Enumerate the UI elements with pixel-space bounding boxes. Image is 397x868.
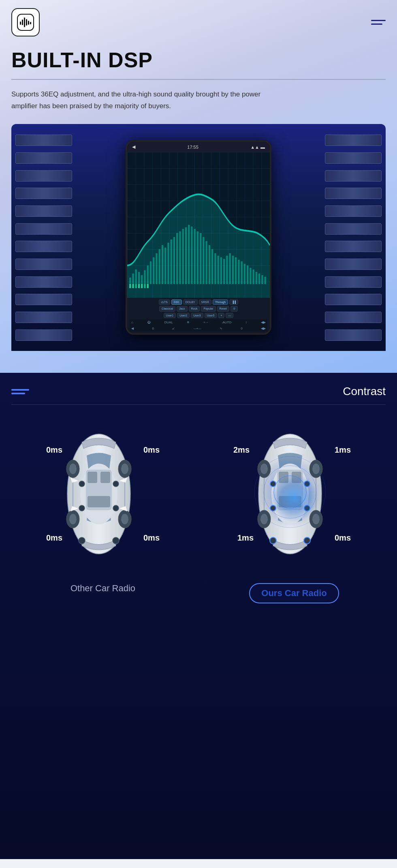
ctrl-wave-icon: ∿ [220,327,222,330]
ctrl-classical: Classical [159,306,175,312]
ctrl-rock: Rock [189,306,200,312]
hamburger-menu-icon[interactable] [371,20,386,25]
our-car-ms-bl: 1ms [237,533,254,543]
svg-rect-56 [129,284,131,288]
svg-rect-62 [147,284,149,288]
svg-point-83 [79,537,85,544]
ctrl-back-icon: ◀ [131,327,134,330]
svg-rect-48 [244,264,245,284]
svg-rect-24 [173,237,175,284]
svg-rect-46 [238,260,239,284]
ctrl-user1: User1 [164,313,176,318]
ctrl-row-2: Classical Jazz Rock Popular Reset ① [130,306,267,312]
grille-left [11,124,76,351]
other-car-ms-bl: 0ms [46,533,62,543]
car-comparison: 0ms 0ms 0ms 0ms [11,421,386,603]
svg-rect-32 [197,231,198,284]
screen-eq-display [127,152,270,298]
our-car-column: 2ms 1ms 1ms 0ms [203,421,386,603]
top-section: BUILT-IN DSP Supports 36EQ adjustment, a… [0,0,397,373]
ctrl-home-icon: ⌂ [131,321,133,324]
svg-point-81 [79,505,85,511]
infotainment-screen: ◀ 17:55 ▲▲ ▬ [126,140,271,335]
grille-right [321,124,386,351]
svg-rect-18 [156,253,157,284]
contrast-title: Contrast [343,385,386,398]
svg-rect-25 [176,233,178,284]
screen-back-icon: ◀ [132,144,135,150]
ctrl-user5: User5 [205,313,217,318]
bottom-section: Contrast 0ms 0ms 0ms 0ms [0,373,397,859]
our-car-label-button[interactable]: Ours Car Radio [249,583,339,603]
svg-rect-16 [150,261,152,284]
svg-rect-58 [135,284,137,288]
svg-rect-68 [88,496,110,507]
svg-rect-21 [164,248,166,284]
svg-point-75 [69,464,77,474]
ctrl-user2: User2 [177,313,190,318]
ctrl-dual-label: DUAL [164,321,173,324]
svg-point-105 [270,481,276,487]
contrast-lines-icon [11,389,29,394]
svg-rect-54 [261,275,263,284]
ctrl-zero-right: 0 [241,327,242,330]
car-display-area: ◀ 17:55 ▲▲ ▬ [11,124,386,351]
ctrl-clts: cLTS [159,299,170,305]
svg-rect-42 [226,256,228,284]
svg-rect-3 [24,17,25,27]
svg-rect-37 [211,249,213,284]
svg-rect-5 [28,21,29,25]
svg-rect-67 [100,472,110,483]
contrast-divider [11,404,386,405]
svg-rect-1 [20,21,21,25]
svg-rect-53 [258,274,260,284]
svg-rect-34 [203,237,204,284]
other-car-ms-tl: 0ms [46,445,62,455]
svg-rect-28 [185,227,187,284]
svg-rect-27 [182,229,184,284]
svg-point-110 [304,537,310,544]
svg-rect-26 [179,231,181,284]
svg-rect-43 [229,253,231,284]
svg-rect-14 [144,270,145,284]
screen-icons: ▲▲ ▬ [250,145,265,150]
ctrl-arrow-icon: ↕ [245,321,247,324]
nav-bar [11,8,386,36]
svg-rect-6 [30,22,31,24]
page-title: BUILT-IN DSP [11,49,386,72]
svg-rect-2 [22,19,23,25]
svg-rect-11 [135,269,137,284]
svg-rect-35 [206,241,207,284]
ctrl-ac-icon: ❄ [187,321,190,324]
svg-rect-4 [26,19,27,26]
svg-point-107 [270,505,276,511]
ctrl-speaker-icon: ◀▶ [261,327,266,330]
svg-rect-45 [235,257,237,284]
subtitle-text: Supports 36EQ adjustment, and the ultra-… [11,89,271,112]
svg-rect-13 [141,275,143,284]
ctrl-slider: —▪— [194,327,201,330]
ctrl-dolby: DOLBY [183,299,198,305]
ctrl-row-bottom: ⌂ ⏻ DUAL ❄ ≈→ AUTO ↕ ◀▶ [130,319,267,325]
svg-rect-49 [247,265,248,284]
svg-rect-50 [250,268,251,284]
svg-point-79 [79,481,85,487]
svg-point-82 [113,505,119,511]
svg-rect-52 [256,272,257,284]
svg-rect-23 [171,239,172,284]
ctrl-srs: SRS® [199,299,212,305]
our-car-ms-tl: 2ms [233,445,250,455]
svg-rect-66 [88,472,97,483]
svg-rect-22 [167,243,169,284]
ctrl-1: ① [231,306,238,312]
svg-rect-38 [214,253,216,284]
svg-point-101 [312,514,320,524]
svg-rect-55 [265,277,266,284]
ctrl-fan-icon: ≈→ [204,321,209,324]
svg-rect-31 [194,229,196,284]
ctrl-vol: ▐▐ [229,299,238,305]
svg-rect-61 [144,284,145,288]
ctrl-row-1: cLTS BBE DOLBY SRS® Through ▐▐ [130,299,267,305]
title-divider [11,79,386,80]
svg-rect-41 [223,259,225,284]
